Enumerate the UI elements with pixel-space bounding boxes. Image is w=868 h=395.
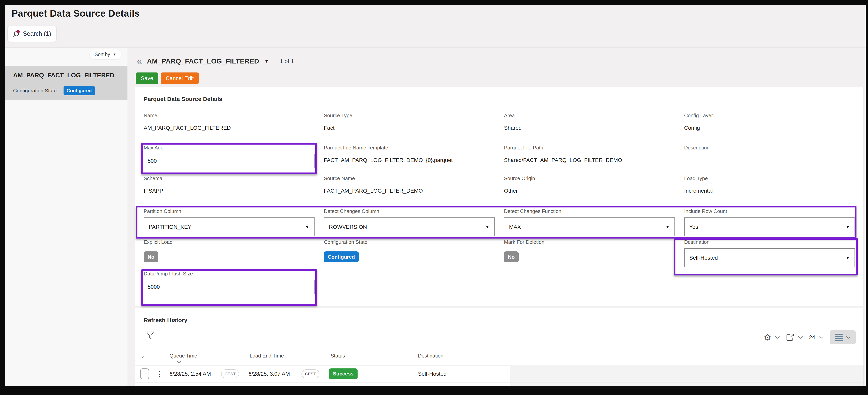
field-file-path: Parquet File Path Shared/FACT_AM_PARQ_LO… [504, 145, 675, 168]
cancel-edit-button[interactable]: Cancel Edit [161, 72, 199, 84]
partition-column-select[interactable]: PARTITION_KEY ▼ [144, 218, 315, 236]
field-label: Configuration State [324, 239, 495, 245]
field-datapump-flush-size: DataPump Flush Size [144, 271, 315, 294]
field-label: DataPump Flush Size [144, 271, 315, 277]
column-header-status[interactable]: Status [331, 353, 345, 359]
field-label: Source Type [324, 112, 495, 119]
page-size-selector[interactable]: 24 [809, 334, 824, 341]
field-label: Name [144, 112, 315, 119]
field-label: Max Age [144, 145, 315, 151]
table-row[interactable]: ⋮ 6/28/25, 2:54 AM CEST 6/28/25, 3:07 AM… [135, 365, 510, 382]
sort-by-label: Sort by [95, 52, 110, 57]
field-row-3: Schema IFSAPP Source Name FACT_AM_PARQ_L… [144, 175, 855, 194]
field-mark-for-deletion: Mark For Deletion No [504, 239, 675, 267]
field-file-name-template: Parquet File Name Template FACT_AM_PARQ_… [324, 145, 495, 168]
record-dropdown-icon[interactable]: ▼ [264, 58, 269, 64]
header-divider [5, 47, 866, 48]
sort-direction-icon[interactable] [177, 361, 181, 363]
field-area: Area Shared [504, 112, 675, 131]
record-nav: « AM_PARQ_FACT_LOG_FILTERED ▼ 1 of 1 [137, 55, 294, 67]
field-row-2: Max Age Parquet File Name Template FACT_… [144, 145, 855, 168]
details-section-title: Parquet Data Source Details [144, 96, 222, 102]
row-checkbox[interactable] [140, 368, 149, 380]
export-icon [786, 333, 795, 342]
configuration-state-badge: Configured [324, 252, 359, 262]
select-value: MAX [509, 224, 521, 230]
field-configuration-state: Configuration State Configured [324, 239, 495, 267]
caret-down-icon: ▼ [665, 225, 670, 230]
search-button[interactable]: Search (1) [8, 26, 56, 42]
record-count: 1 of 1 [280, 58, 294, 64]
detect-changes-function-select[interactable]: MAX ▼ [504, 218, 675, 236]
table-divider [135, 382, 864, 383]
sidebar-state-label: Configuration State: [13, 88, 58, 94]
field-row-6: DataPump Flush Size [144, 271, 855, 294]
column-header-destination[interactable]: Destination [418, 353, 443, 359]
field-label: Load Type [684, 175, 855, 182]
refresh-history-title: Refresh History [144, 317, 187, 324]
field-explicit-load: Explicit Load No [144, 239, 315, 267]
sort-by-button[interactable]: Sort by ▼ [90, 50, 121, 59]
grid-toolbar: ⚙ 24 [764, 330, 856, 344]
select-all-check-icon[interactable]: ✓ [141, 354, 146, 360]
explicit-load-badge: No [144, 252, 158, 262]
sidebar-item-selected[interactable]: AM_PARQ_FACT_LOG_FILTERED Configuration … [5, 66, 127, 100]
view-mode-button[interactable] [830, 330, 856, 344]
caret-down-icon: ▼ [845, 225, 850, 230]
field-description: Description [684, 145, 855, 168]
cell-queue-time: 6/28/25, 2:54 AM [169, 371, 211, 377]
list-view-icon [835, 334, 843, 341]
select-value: PARTITION_KEY [149, 224, 191, 230]
collapse-panel-icon[interactable]: « [137, 57, 142, 66]
record-title[interactable]: AM_PARQ_FACT_LOG_FILTERED [147, 57, 259, 65]
field-value: Fact [324, 125, 495, 131]
grid-export-button[interactable] [786, 333, 803, 342]
field-label: Parquet File Name Template [324, 145, 495, 151]
field-label: Area [504, 112, 675, 119]
datapump-flush-size-input[interactable] [144, 280, 315, 294]
field-label: Explicit Load [144, 239, 315, 245]
column-header-load-end-time[interactable]: Load End Time [250, 353, 284, 359]
sidebar: Sort by ▼ AM_PARQ_FACT_LOG_FILTERED Conf… [5, 48, 127, 386]
field-label: Detect Changes Function [504, 208, 675, 214]
chevron-down-icon [846, 336, 851, 339]
field-label: Mark For Deletion [504, 239, 675, 245]
field-source-name: Source Name FACT_AM_PARQ_LOG_FILTER_DEMO [324, 175, 495, 194]
cell-load-end-time: 6/28/25, 3:07 AM [248, 371, 290, 377]
field-load-type: Load Type Incremental [684, 175, 855, 194]
include-row-count-select[interactable]: Yes ▼ [684, 218, 855, 236]
grid-settings-button[interactable]: ⚙ [764, 333, 780, 342]
field-label: Config Layer [684, 112, 855, 119]
field-label: Destination [684, 239, 855, 245]
field-destination: Destination Self-Hosted ▼ [684, 239, 855, 267]
field-row-1: Name AM_PARQ_FACT_LOG_FILTERED Source Ty… [144, 112, 855, 131]
mark-for-deletion-badge: No [504, 252, 519, 262]
queue-timezone-pill: CEST [221, 369, 239, 378]
page-size-value: 24 [809, 334, 815, 341]
field-row-4: Partition Column PARTITION_KEY ▼ Detect … [144, 208, 855, 236]
table-empty-area [510, 365, 864, 386]
field-label: Description [684, 145, 855, 151]
field-label: Include Row Count [684, 208, 855, 214]
detect-changes-column-select[interactable]: ROWVERSION ▼ [324, 218, 495, 236]
action-buttons: Save Cancel Edit [136, 72, 199, 84]
field-value: Other [504, 188, 675, 194]
destination-select[interactable]: Self-Hosted ▼ [684, 248, 855, 267]
field-value: Shared/FACT_AM_PARQ_LOG_FILTER_DEMO [504, 157, 675, 163]
filter-icon[interactable] [146, 331, 154, 341]
select-value: ROWVERSION [329, 224, 367, 230]
caret-down-icon: ▼ [845, 255, 850, 260]
field-source-origin: Source Origin Other [504, 175, 675, 194]
select-value: Self-Hosted [689, 255, 718, 261]
save-button[interactable]: Save [136, 72, 158, 84]
row-menu-kebab-icon[interactable]: ⋮ [156, 370, 163, 378]
field-detect-changes-column: Detect Changes Column ROWVERSION ▼ [324, 208, 495, 236]
max-age-input[interactable] [144, 154, 315, 168]
chevron-down-icon [798, 336, 803, 339]
field-source-type: Source Type Fact [324, 112, 495, 131]
search-button-label: Search (1) [23, 30, 51, 37]
field-value: FACT_AM_PARQ_LOG_FILTER_DEMO [324, 188, 495, 194]
field-label: Schema [144, 175, 315, 182]
field-partition-column: Partition Column PARTITION_KEY ▼ [144, 208, 315, 236]
column-header-queue-time[interactable]: Queue Time [169, 353, 197, 359]
